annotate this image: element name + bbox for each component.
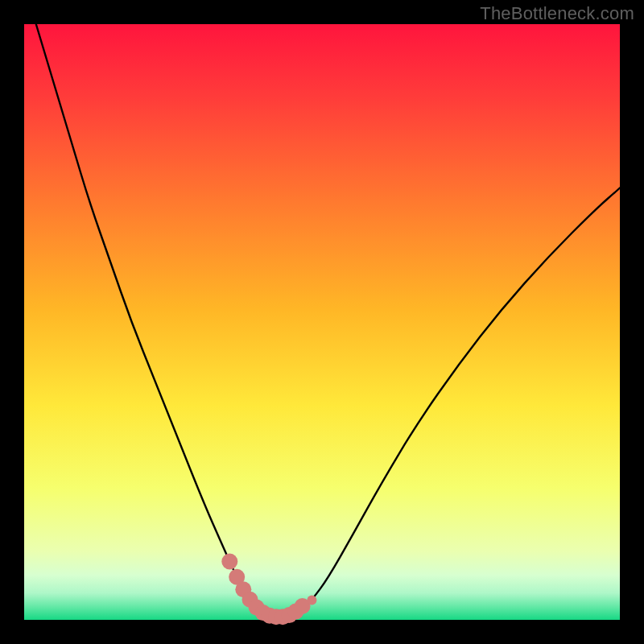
plot-background [24, 24, 620, 620]
curve-marker [307, 596, 316, 605]
chart-frame: { "watermark": "TheBottleneck.com", "cha… [0, 0, 644, 644]
curve-marker [221, 554, 237, 570]
watermark-text: TheBottleneck.com [480, 3, 634, 24]
bottleneck-chart [0, 0, 644, 644]
